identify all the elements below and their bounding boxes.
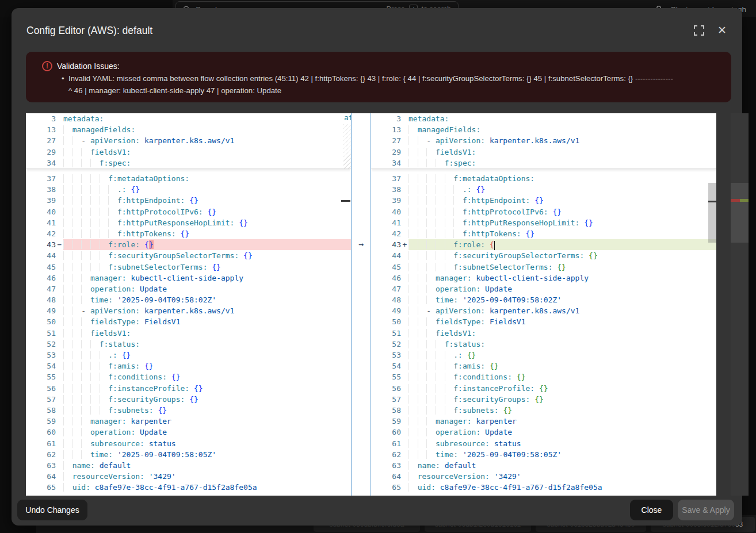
code-line[interactable]: 48 time: '2025-09-04T09:58:02Z': [371, 294, 716, 305]
code-line[interactable]: 37 f:metadataOptions:: [371, 173, 716, 184]
code-line[interactable]: 29 fieldsV1:: [26, 147, 351, 158]
diff-line-marker: [56, 339, 63, 350]
code-line[interactable]: 58 f:subnets: {}: [26, 405, 351, 416]
diff-line-marker: [401, 482, 408, 493]
close-button[interactable]: ✕: [716, 24, 728, 37]
right-code-body[interactable]: 37 f:metadataOptions:38 .: {}39 f:httpEn…: [371, 169, 716, 496]
code-line[interactable]: 50 fieldsType: FieldsV1: [26, 316, 351, 327]
code-line[interactable]: 39 f:httpEndpoint: {}: [371, 195, 716, 206]
vertical-scrollbar[interactable]: [708, 183, 716, 243]
code-line[interactable]: 44 f:securityGroupSelectorTerms: {}: [26, 250, 351, 261]
modal-title: Config Editor (AWS): default: [26, 25, 152, 37]
code-line[interactable]: 38 .: {}: [26, 184, 351, 195]
code-line[interactable]: 60 operation: Update: [371, 427, 716, 438]
code-line[interactable]: 64 resourceVersion: '3429': [26, 471, 351, 482]
code-line[interactable]: 53 .: {}: [26, 350, 351, 361]
code-line[interactable]: 3metadata:: [371, 113, 716, 124]
code-text: uid: c8afe97e-38cc-4f91-a767-d15f2a8fe05…: [408, 482, 716, 493]
code-line[interactable]: 37 f:metadataOptions:: [26, 173, 351, 184]
code-line[interactable]: 45 f:subnetSelectorTerms: {}: [26, 262, 351, 273]
line-number: 38: [371, 184, 401, 195]
undo-changes-button[interactable]: Undo Changes: [17, 500, 87, 520]
code-line[interactable]: 62 time: '2025-09-04T09:58:05Z': [371, 449, 716, 460]
code-line[interactable]: 47 operation: Update: [371, 283, 716, 294]
code-line[interactable]: 54 f:amis: {}: [26, 361, 351, 371]
code-line[interactable]: 65 uid: c8afe97e-38cc-4f91-a767-d15f2a8f…: [371, 482, 716, 493]
code-line[interactable]: 46 manager: kubectl-client-side-apply: [26, 273, 351, 283]
code-line[interactable]: 27 - apiVersion: karpenter.k8s.aws/v1: [26, 135, 351, 146]
code-line[interactable]: 3metadata:: [26, 113, 351, 124]
diff-line-marker: [56, 316, 63, 327]
code-line[interactable]: 49 - apiVersion: karpenter.k8s.aws/v1: [371, 305, 716, 316]
code-line[interactable]: 63 name: default: [371, 460, 716, 471]
code-line[interactable]: 64 resourceVersion: '3429': [371, 471, 716, 482]
code-line[interactable]: 52 f:status:: [26, 339, 351, 350]
code-line[interactable]: 62 time: '2025-09-04T09:58:05Z': [26, 449, 351, 460]
code-line[interactable]: 61 subresource: status: [371, 438, 716, 449]
code-line[interactable]: 41 f:httpPutResponseHopLimit: {}: [371, 217, 716, 228]
code-line[interactable]: 55 f:conditions: {}: [371, 371, 716, 382]
code-line[interactable]: 47 operation: Update: [26, 283, 351, 294]
code-line[interactable]: 38 .: {}: [371, 184, 716, 195]
code-line[interactable]: 59 manager: karpenter: [26, 416, 351, 427]
code-line[interactable]: 39 f:httpEndpoint: {}: [26, 195, 351, 206]
left-code-body[interactable]: 37 f:metadataOptions:38 .: {}39 f:httpEn…: [26, 169, 351, 496]
code-line[interactable]: 65 uid: c8afe97e-38cc-4f91-a767-d15f2a8f…: [26, 482, 351, 493]
diff-line-marker: [401, 228, 408, 239]
code-line[interactable]: 60 operation: Update: [26, 427, 351, 438]
code-line[interactable]: 48 time: '2025-09-04T09:58:02Z': [26, 294, 351, 305]
code-line[interactable]: 40 f:httpProtocolIPv6: {}: [26, 206, 351, 217]
footer-close-button[interactable]: Close: [630, 500, 673, 520]
code-line[interactable]: 13 managedFields:: [26, 124, 351, 135]
code-line[interactable]: 51 fieldsV1:: [26, 328, 351, 339]
code-line[interactable]: 59 manager: karpenter: [371, 416, 716, 427]
fullscreen-button[interactable]: [693, 25, 705, 37]
modified-pane[interactable]: 3metadata:13 managedFields:27 - apiVersi…: [371, 113, 716, 496]
code-line[interactable]: 27 - apiVersion: karpenter.k8s.aws/v1: [371, 135, 716, 146]
diff-line-marker: [401, 394, 408, 405]
diff-line-marker: [56, 383, 63, 394]
code-line[interactable]: 45 f:subnetSelectorTerms: {}: [371, 262, 716, 273]
code-line[interactable]: 52 f:status:: [371, 339, 716, 350]
code-line[interactable]: 63 name: default: [26, 460, 351, 471]
code-line[interactable]: 49 - apiVersion: karpenter.k8s.aws/v1: [26, 305, 351, 316]
code-line[interactable]: 42 f:httpTokens: {}: [26, 228, 351, 239]
revert-change-arrow-icon[interactable]: →: [352, 239, 371, 250]
code-text: resourceVersion: '3429': [63, 471, 351, 482]
diff-line-marker: [56, 173, 63, 184]
diff-editor[interactable]: 3metadata:13 managedFields:27 - apiVersi…: [26, 113, 716, 496]
save-apply-button[interactable]: Save & Apply: [678, 500, 734, 520]
code-line[interactable]: 44 f:securityGroupSelectorTerms: {}: [371, 250, 716, 261]
line-number: 63: [26, 460, 56, 471]
code-line[interactable]: 56 f:instanceProfile: {}: [26, 383, 351, 394]
code-line[interactable]: 40 f:httpProtocolIPv6: {}: [371, 206, 716, 217]
line-number: 56: [26, 383, 56, 394]
code-line[interactable]: 55 f:conditions: {}: [26, 371, 351, 382]
code-line[interactable]: 57 f:securityGroups: {}: [26, 394, 351, 405]
code-line[interactable]: 46 manager: kubectl-client-side-apply: [371, 273, 716, 283]
code-line[interactable]: 43+ f:role: {: [371, 239, 716, 250]
code-line[interactable]: 53 .: {}: [371, 350, 716, 361]
code-line[interactable]: 66spec:: [371, 493, 716, 496]
line-number: 52: [371, 339, 401, 350]
code-line[interactable]: 29 fieldsV1:: [371, 147, 716, 158]
code-line[interactable]: 54 f:amis: {}: [371, 361, 716, 371]
code-line[interactable]: 43− f:role: {}: [26, 239, 351, 250]
code-line[interactable]: 51 fieldsV1:: [371, 328, 716, 339]
code-line[interactable]: 57 f:securityGroups: {}: [371, 394, 716, 405]
code-line[interactable]: 34 f:spec:: [26, 158, 351, 168]
code-line[interactable]: 66spec:: [26, 493, 351, 496]
code-line[interactable]: 34 f:spec:: [371, 158, 716, 168]
code-line[interactable]: 56 f:instanceProfile: {}: [371, 383, 716, 394]
code-line[interactable]: 50 fieldsType: FieldsV1: [371, 316, 716, 327]
diff-line-marker: [56, 328, 63, 339]
code-line[interactable]: 41 f:httpPutResponseHopLimit: {}: [26, 217, 351, 228]
overview-viewport[interactable]: [731, 183, 749, 243]
code-text: spec:: [63, 493, 351, 496]
code-line[interactable]: 13 managedFields:: [371, 124, 716, 135]
code-line[interactable]: 42 f:httpTokens: {}: [371, 228, 716, 239]
code-text: f:httpPutResponseHopLimit: {}: [408, 217, 716, 228]
code-line[interactable]: 61 subresource: status: [26, 438, 351, 449]
code-line[interactable]: 58 f:subnets: {}: [371, 405, 716, 416]
original-pane[interactable]: 3metadata:13 managedFields:27 - apiVersi…: [26, 113, 351, 496]
